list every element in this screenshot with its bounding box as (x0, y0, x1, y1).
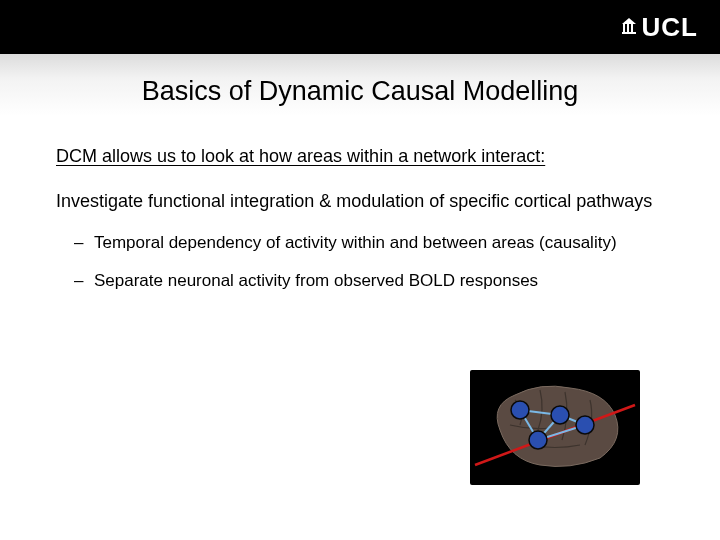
svg-rect-1 (627, 24, 629, 32)
header-bar: UCL (0, 0, 720, 54)
svg-rect-0 (623, 24, 625, 32)
bullet-item: Separate neuronal activity from observed… (74, 271, 664, 291)
bullet-item: Temporal dependency of activity within a… (74, 233, 664, 253)
slide-content: DCM allows us to look at how areas withi… (0, 116, 720, 291)
svg-rect-2 (631, 24, 633, 32)
ucl-logo-text: UCL (642, 12, 698, 43)
svg-rect-3 (622, 32, 636, 34)
brain-network-icon (470, 370, 640, 485)
bullet-list: Temporal dependency of activity within a… (56, 233, 664, 291)
ucl-logo: UCL (620, 12, 698, 43)
slide-title: Basics of Dynamic Causal Modelling (0, 54, 720, 107)
svg-point-12 (576, 416, 594, 434)
svg-point-11 (551, 406, 569, 424)
ucl-dome-icon (620, 17, 638, 35)
svg-point-13 (529, 431, 547, 449)
intro-text: DCM allows us to look at how areas withi… (56, 146, 664, 167)
title-strip: Basics of Dynamic Causal Modelling (0, 54, 720, 116)
svg-point-10 (511, 401, 529, 419)
brain-network-figure (470, 370, 640, 485)
description-text: Investigate functional integration & mod… (56, 189, 664, 213)
